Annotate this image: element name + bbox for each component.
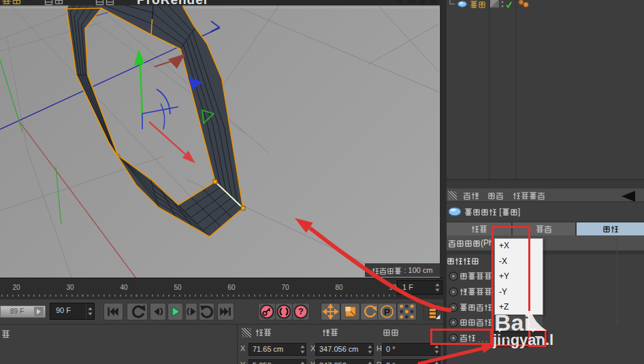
svg-text:P: P (384, 307, 390, 317)
svg-text:?: ? (298, 306, 304, 316)
